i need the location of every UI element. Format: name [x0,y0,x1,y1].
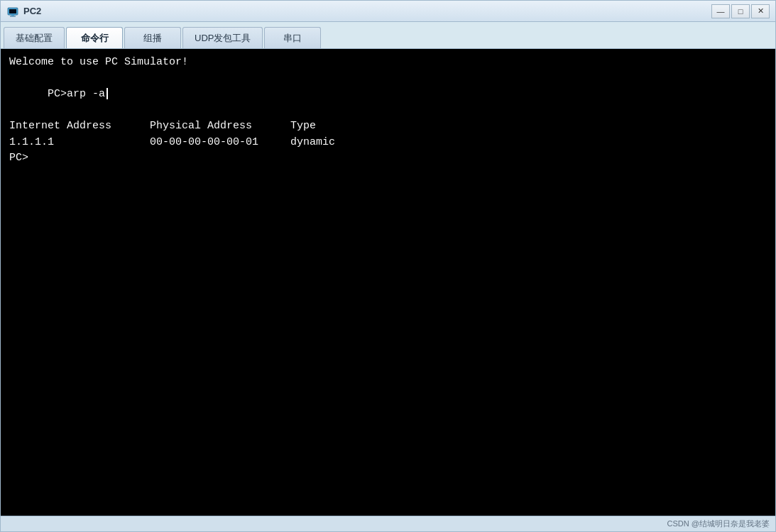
terminal-line-7: PC> [9,150,767,167]
app-icon [6,5,19,18]
tab-serial[interactable]: 串口 [264,27,321,48]
svg-rect-3 [10,16,16,16]
status-bar: CSDN @结城明日奈是我老婆 [1,516,775,531]
close-button[interactable]: ✕ [751,4,770,18]
tab-command-line[interactable]: 命令行 [66,27,123,48]
restore-button[interactable]: □ [731,4,750,18]
minimize-button[interactable]: — [711,4,730,18]
svg-rect-1 [9,9,16,13]
terminal-line-5: 1.1.1.1 00-00-00-00-00-01 dynamic [9,135,767,151]
tab-bar: 基础配置 命令行 组播 UDP发包工具 串口 [1,22,775,49]
terminal-line-4: Internet Address Physical Address Type [9,118,767,135]
terminal-line-2: PC>arp -a [9,71,767,119]
terminal-line-0: Welcome to use PC Simulator! [9,55,767,71]
main-window: PC2 — □ ✕ 基础配置 命令行 组播 UDP发包工具 串口 Welcome… [0,0,776,532]
window-title: PC2 [23,6,711,16]
title-bar: PC2 — □ ✕ [1,1,775,22]
window-controls: — □ ✕ [711,4,770,18]
terminal-output[interactable]: Welcome to use PC Simulator! PC>arp -a I… [1,49,775,516]
tab-basic-config[interactable]: 基础配置 [4,27,65,48]
tab-multicast[interactable]: 组播 [124,27,181,48]
cursor-blink [106,88,108,99]
tab-udp-tool[interactable]: UDP发包工具 [182,27,263,48]
watermark-text: CSDN @结城明日奈是我老婆 [667,519,770,529]
svg-rect-2 [11,15,14,16]
